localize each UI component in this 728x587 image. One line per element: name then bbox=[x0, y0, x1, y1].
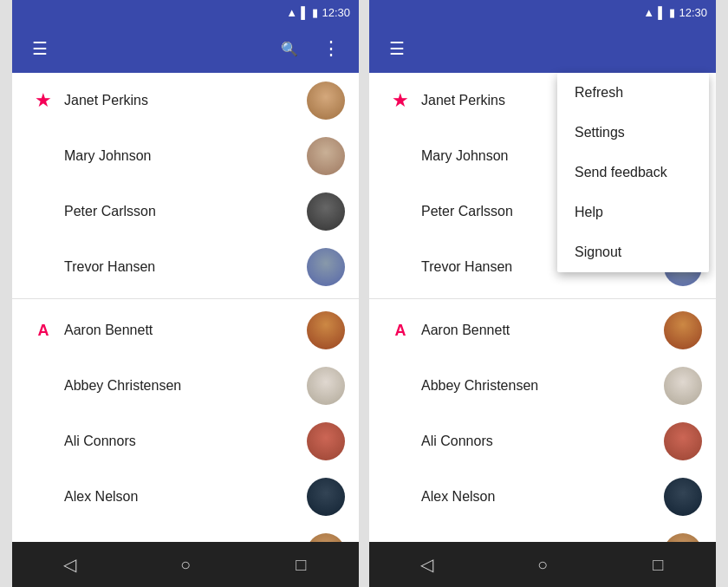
list-item[interactable]: Abbey Christensen bbox=[12, 358, 359, 414]
contact-name: Ali Connors bbox=[64, 434, 307, 449]
avatar bbox=[664, 533, 702, 542]
right-time: 12:30 bbox=[679, 6, 707, 19]
right-phone: ▲ ▌ ▮ 12:30 ☰ ★ Janet Perkins Mar bbox=[369, 0, 716, 587]
contact-name: Abbey Christensen bbox=[64, 378, 307, 394]
star-icon: ★ bbox=[383, 89, 418, 112]
menu-item-help[interactable]: Help bbox=[557, 192, 709, 232]
left-phone: ▲ ▌ ▮ 12:30 ☰ 🔍 ⋮ ★ Janet Perkins bbox=[12, 0, 359, 587]
back-button[interactable]: ◁ bbox=[44, 554, 96, 575]
battery-icon: ▮ bbox=[312, 6, 318, 19]
signal-icon: ▌ bbox=[658, 6, 666, 19]
left-status-bar: ▲ ▌ ▮ 12:30 bbox=[12, 0, 359, 24]
search-icon: 🔍 bbox=[281, 41, 298, 57]
recent-apps-button[interactable]: □ bbox=[275, 555, 327, 575]
right-menu-button[interactable]: ☰ bbox=[383, 35, 411, 62]
avatar bbox=[307, 367, 345, 405]
right-status-icons: ▲ ▌ ▮ 12:30 bbox=[643, 6, 707, 19]
list-item[interactable]: Alex Nelson bbox=[12, 469, 359, 525]
contact-name: Aaron Bennett bbox=[421, 323, 664, 338]
list-item[interactable]: ★ Janet Perkins bbox=[12, 73, 359, 128]
contact-name: Alex Nelson bbox=[64, 489, 307, 505]
section-label-a: A bbox=[26, 322, 61, 340]
avatar bbox=[307, 82, 345, 120]
contact-name: Abbey Christensen bbox=[421, 378, 664, 394]
recent-apps-button[interactable]: □ bbox=[632, 555, 684, 575]
dropdown-menu: Refresh Settings Send feedback Help Sign… bbox=[557, 73, 709, 272]
list-item[interactable]: Ali Connors bbox=[12, 414, 359, 469]
menu-item-refresh[interactable]: Refresh bbox=[557, 73, 709, 113]
contact-name: Alex Nelson bbox=[421, 489, 664, 505]
avatar bbox=[307, 311, 345, 349]
right-nav-bar: ◁ ○ □ bbox=[369, 542, 716, 587]
back-button[interactable]: ◁ bbox=[401, 554, 453, 575]
avatar bbox=[307, 533, 345, 542]
left-time: 12:30 bbox=[322, 6, 350, 19]
wifi-icon: ▲ bbox=[643, 6, 654, 19]
left-app-bar: ☰ 🔍 ⋮ bbox=[12, 24, 359, 73]
screens-container: ▲ ▌ ▮ 12:30 ☰ 🔍 ⋮ ★ Janet Perkins bbox=[12, 0, 716, 587]
list-item[interactable]: Anthony Stevens bbox=[369, 525, 716, 542]
home-button[interactable]: ○ bbox=[159, 555, 211, 575]
wifi-icon: ▲ bbox=[286, 6, 297, 19]
contact-name: Janet Perkins bbox=[64, 93, 307, 108]
hamburger-icon: ☰ bbox=[32, 38, 48, 59]
section-label-a: A bbox=[383, 322, 418, 340]
avatar bbox=[307, 478, 345, 516]
list-item[interactable]: Alex Nelson bbox=[369, 469, 716, 525]
avatar bbox=[307, 422, 345, 460]
list-item[interactable]: Trevor Hansen bbox=[12, 239, 359, 295]
list-item[interactable]: Mary Johnson bbox=[12, 128, 359, 184]
section-divider bbox=[369, 298, 716, 299]
more-icon: ⋮ bbox=[322, 37, 341, 60]
contact-name: Peter Carlsson bbox=[64, 204, 307, 219]
left-contact-list: ★ Janet Perkins Mary Johnson Peter Carls… bbox=[12, 73, 359, 542]
contact-name: Mary Johnson bbox=[64, 148, 307, 164]
right-app-bar: ☰ bbox=[369, 24, 716, 73]
hamburger-icon: ☰ bbox=[389, 38, 405, 59]
list-item[interactable]: A Aaron Bennett bbox=[369, 303, 716, 358]
left-menu-button[interactable]: ☰ bbox=[26, 35, 54, 62]
left-search-button[interactable]: 🔍 bbox=[276, 35, 303, 62]
list-item[interactable]: A Aaron Bennett bbox=[12, 303, 359, 358]
avatar bbox=[307, 137, 345, 175]
star-icon: ★ bbox=[26, 89, 61, 112]
list-item[interactable]: Anthony Stevens bbox=[12, 525, 359, 542]
avatar bbox=[307, 248, 345, 286]
section-divider bbox=[12, 298, 359, 299]
battery-icon: ▮ bbox=[669, 6, 675, 19]
list-item[interactable]: Peter Carlsson bbox=[12, 184, 359, 239]
right-status-bar: ▲ ▌ ▮ 12:30 bbox=[369, 0, 716, 24]
avatar bbox=[664, 422, 702, 460]
avatar bbox=[664, 478, 702, 516]
left-status-icons: ▲ ▌ ▮ 12:30 bbox=[286, 6, 350, 19]
avatar bbox=[664, 311, 702, 349]
menu-item-settings[interactable]: Settings bbox=[557, 113, 709, 153]
home-button[interactable]: ○ bbox=[517, 555, 569, 575]
left-more-button[interactable]: ⋮ bbox=[317, 35, 345, 62]
menu-item-send-feedback[interactable]: Send feedback bbox=[557, 153, 709, 192]
contact-name: Ali Connors bbox=[421, 434, 664, 449]
left-nav-bar: ◁ ○ □ bbox=[12, 542, 359, 587]
signal-icon: ▌ bbox=[301, 6, 309, 19]
contact-name: Aaron Bennett bbox=[64, 323, 307, 338]
contact-name: Trevor Hansen bbox=[64, 259, 307, 275]
avatar bbox=[307, 192, 345, 231]
avatar bbox=[664, 367, 702, 405]
menu-item-signout[interactable]: Signout bbox=[557, 232, 709, 272]
list-item[interactable]: Abbey Christensen bbox=[369, 358, 716, 414]
list-item[interactable]: Ali Connors bbox=[369, 414, 716, 469]
